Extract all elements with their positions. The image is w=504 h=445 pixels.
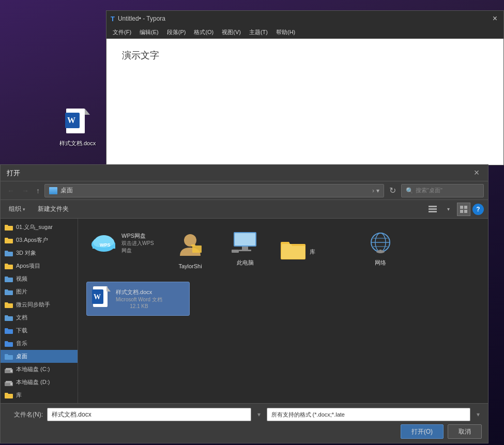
svg-marker-1	[85, 109, 90, 115]
filename-row: 文件名(N): 样式文档.docx ▾ 所有支持的格式 (*.docx;*.la…	[7, 408, 482, 421]
svg-rect-28	[191, 244, 195, 247]
file-item-network[interactable]: 网络	[357, 227, 404, 273]
typora-title: Untitled• - Typora	[118, 15, 491, 22]
organize-label: 组织	[9, 205, 21, 213]
menu-edit[interactable]: 编辑(E)	[135, 27, 163, 37]
nav-back-button[interactable]: ←	[5, 186, 17, 196]
sidebar-item-docs[interactable]: 文档	[1, 311, 78, 324]
dialog-addressbar: ← → ↑ 桌面 › ▾ ↻ 🔍 搜索"桌面"	[1, 181, 488, 200]
organize-button[interactable]: 组织 ▾	[5, 203, 29, 215]
sidebar-label-drive-d: 本地磁盘 (D:)	[16, 378, 50, 386]
sidebar-label-apos: Apos项目	[16, 262, 40, 270]
filetype-input[interactable]: 所有支持的格式 (*.docx;*.late	[267, 408, 471, 421]
filetype-dropdown-icon[interactable]: ▾	[475, 411, 482, 418]
sidebar-item-3d[interactable]: 3D 对象	[1, 247, 78, 259]
svg-rect-5	[429, 206, 437, 207]
typora-window: T Untitled• - Typora × 文件(F) 编辑(E) 段落(P)…	[106, 10, 504, 165]
sidebar-item-pictures[interactable]: 图片	[1, 285, 78, 298]
sidebar-item-03[interactable]: 03.Apos客户	[1, 234, 78, 247]
file-item-this-pc[interactable]: 此电脑	[222, 227, 268, 273]
svg-rect-8	[460, 206, 463, 209]
open-button[interactable]: 打开(O)	[401, 424, 444, 439]
sidebar-item-apos[interactable]: Apos项目	[1, 259, 78, 272]
sidebar-item-drive-c[interactable]: 本地磁盘 (C:)	[1, 363, 78, 376]
word-doc-label: 样式文档.docx	[116, 288, 162, 296]
address-dropdown-icon[interactable]: ▾	[376, 187, 379, 194]
library-label: 库	[310, 248, 315, 256]
svg-point-14	[10, 370, 12, 372]
svg-rect-11	[464, 210, 467, 213]
svg-rect-9	[464, 206, 467, 209]
svg-rect-10	[460, 210, 463, 213]
filename-dropdown-icon[interactable]: ▾	[255, 411, 263, 418]
wps-cloud-label: WPS网盘	[121, 232, 155, 240]
search-icon: 🔍	[406, 187, 414, 194]
svg-text:W: W	[94, 293, 101, 301]
file-item-taylor[interactable]: TaylorShi	[167, 227, 213, 273]
typora-close-button[interactable]: ×	[491, 14, 499, 23]
menu-paragraph[interactable]: 段落(P)	[163, 27, 190, 37]
sidebar-label-docs: 文档	[16, 314, 27, 321]
svg-rect-16	[6, 381, 12, 383]
refresh-button[interactable]: ↻	[386, 185, 399, 196]
word-doc-type: Microsoft Word 文档	[116, 296, 162, 303]
sidebar-item-01[interactable]: 01.义乌_sugar	[1, 221, 78, 234]
svg-rect-6	[429, 208, 437, 210]
new-folder-button[interactable]: 新建文件夹	[34, 203, 73, 215]
dialog-sidebar: 01.义乌_sugar 03.Apos客户 3D 对象 Apos项目 视频 图片	[1, 219, 78, 403]
wps-cloud-icon: WPS	[90, 231, 117, 256]
address-folder-icon	[49, 187, 57, 194]
sidebar-label-01: 01.义乌_sugar	[16, 223, 53, 231]
view-details-button[interactable]	[426, 203, 439, 216]
svg-text:W: W	[67, 116, 75, 125]
filename-input[interactable]: 样式文档.docx	[47, 408, 251, 421]
svg-rect-27	[192, 245, 202, 253]
sidebar-item-library[interactable]: 库	[1, 389, 78, 402]
view-dropdown-button[interactable]: ▾	[441, 203, 455, 216]
organize-dropdown-icon: ▾	[23, 207, 25, 212]
svg-rect-40	[379, 250, 381, 252]
desktop-icon-word[interactable]: W 样式文档.docx	[57, 109, 98, 147]
help-button[interactable]: ?	[472, 204, 484, 215]
search-placeholder: 搜索"桌面"	[416, 187, 442, 194]
menu-file[interactable]: 文件(F)	[109, 27, 135, 37]
dialog-main: 01.义乌_sugar 03.Apos客户 3D 对象 Apos项目 视频 图片	[1, 219, 488, 403]
toolbar-right: ▾ ?	[426, 203, 484, 216]
sidebar-item-downloads[interactable]: 下载	[1, 324, 78, 337]
dialog-close-button[interactable]: ×	[471, 168, 482, 178]
typora-menubar: 文件(F) 编辑(E) 段落(P) 格式(O) 视图(V) 主题(T) 帮助(H…	[106, 26, 503, 39]
desktop-icon-label: 样式文档.docx	[59, 140, 96, 147]
view-tile-button[interactable]	[457, 203, 470, 216]
menu-theme[interactable]: 主题(T)	[245, 27, 272, 37]
sidebar-label-music: 音乐	[16, 340, 27, 347]
nav-up-button[interactable]: ↑	[34, 186, 42, 196]
address-chevron-icon: ›	[372, 187, 374, 194]
cancel-button[interactable]: 取消	[448, 424, 482, 439]
sidebar-item-video[interactable]: 视频	[1, 272, 78, 285]
filetype-value: 所有支持的格式 (*.docx;*.late	[271, 411, 345, 419]
svg-rect-32	[239, 250, 251, 251]
file-item-library[interactable]: 库	[277, 227, 349, 273]
filename-value: 样式文档.docx	[52, 410, 91, 419]
network-icon	[368, 231, 393, 256]
filename-label: 文件名(N):	[7, 410, 43, 419]
typora-demo-text: 演示文字	[122, 49, 488, 62]
sidebar-item-drive-d[interactable]: 本地磁盘 (D:)	[1, 376, 78, 389]
sidebar-item-music[interactable]: 音乐	[1, 337, 78, 350]
menu-format[interactable]: 格式(O)	[190, 27, 218, 37]
nav-forward-button[interactable]: →	[19, 186, 32, 196]
sidebar-label-desktop: 桌面	[16, 352, 27, 360]
file-item-word-doc[interactable]: W 样式文档.docx Microsoft Word 文档 12.1 KB	[86, 282, 190, 316]
menu-view[interactable]: 视图(V)	[218, 27, 245, 37]
address-box[interactable]: 桌面 › ▾	[44, 184, 384, 197]
file-item-wps-cloud[interactable]: WPS WPS网盘 双击进入WPS网盘	[86, 227, 159, 273]
sidebar-label-downloads: 下载	[16, 327, 27, 334]
typora-content[interactable]: 演示文字	[106, 39, 503, 165]
sidebar-label-3d: 3D 对象	[16, 249, 36, 257]
search-box[interactable]: 🔍 搜索"桌面"	[401, 184, 484, 197]
word-doc-desktop-icon: W	[65, 109, 90, 137]
sidebar-item-weiyun[interactable]: 微云同步助手	[1, 298, 78, 311]
sidebar-item-desktop[interactable]: 桌面	[1, 350, 78, 363]
sidebar-label-video: 视频	[16, 275, 27, 283]
menu-help[interactable]: 帮助(H)	[272, 27, 299, 37]
